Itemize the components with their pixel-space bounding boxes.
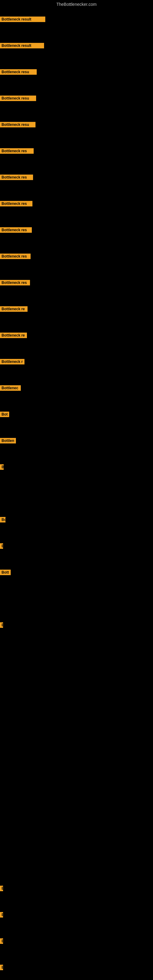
bottleneck-result-label: Bottleneck result (0, 16, 45, 23)
bottleneck-result-label: Bottlen (0, 438, 16, 445)
bottleneck-result-label: B (0, 886, 3, 892)
bottleneck-result-label: Bottleneck re (0, 306, 27, 313)
bottleneck-result-label: B (0, 939, 3, 945)
bottleneck-result-label: Bottleneck resu (0, 69, 37, 76)
bottleneck-result-label: Bottlenec (0, 385, 21, 392)
bottleneck-result-label: Bott (0, 570, 11, 576)
bottleneck-result-label: Bottleneck res (0, 280, 30, 286)
bottleneck-result-label: Bottleneck result (0, 43, 44, 49)
bottleneck-result-label: Bottleneck resu (0, 95, 36, 102)
bottleneck-result-label: Bottleneck res (0, 227, 32, 234)
bottleneck-result-label: Bottleneck resu (0, 122, 35, 129)
bottleneck-result-label: Bottleneck re (0, 332, 27, 339)
bottleneck-result-label: B (0, 464, 4, 471)
bottleneck-result-label: B (0, 543, 3, 550)
bottleneck-result-label: Bottleneck res (0, 148, 33, 155)
bottleneck-result-label: B (0, 912, 3, 919)
bottleneck-result-label: Bottleneck r (0, 359, 24, 366)
bottleneck-result-label: Bot (0, 412, 9, 418)
bottleneck-result-label: Bo (0, 517, 5, 524)
bottleneck-result-label: Bottleneck res (0, 254, 30, 260)
bottleneck-result-label: Bottleneck res (0, 201, 32, 208)
bottleneck-result-label: B (0, 965, 3, 971)
bottleneck-result-label: Bottleneck res (0, 175, 33, 181)
bottleneck-result-label: B (0, 622, 3, 629)
site-title: TheBottlenecker.com (0, 0, 153, 9)
